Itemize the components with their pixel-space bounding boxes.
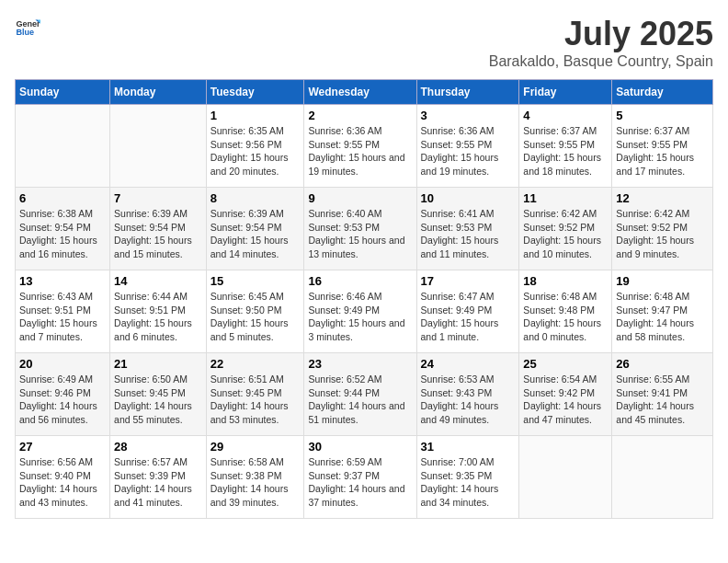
day-number: 8	[210, 191, 301, 205]
day-info: Sunrise: 6:42 AM Sunset: 9:52 PM Dayligh…	[616, 207, 709, 261]
day-info: Sunrise: 6:36 AM Sunset: 9:55 PM Dayligh…	[308, 124, 412, 178]
calendar-cell	[110, 105, 207, 188]
calendar-cell: 27Sunrise: 6:56 AM Sunset: 9:40 PM Dayli…	[16, 436, 110, 519]
logo-icon: General Blue	[15, 15, 40, 40]
day-info: Sunrise: 6:54 AM Sunset: 9:42 PM Dayligh…	[523, 373, 608, 427]
calendar-cell: 30Sunrise: 6:59 AM Sunset: 9:37 PM Dayli…	[304, 436, 416, 519]
day-info: Sunrise: 6:40 AM Sunset: 9:53 PM Dayligh…	[308, 207, 412, 261]
day-info: Sunrise: 6:37 AM Sunset: 9:55 PM Dayligh…	[523, 124, 608, 178]
calendar-cell	[16, 105, 110, 188]
day-number: 16	[308, 274, 412, 288]
day-number: 28	[114, 440, 202, 454]
weekday-header-row: SundayMondayTuesdayWednesdayThursdayFrid…	[16, 80, 713, 105]
day-number: 25	[523, 357, 608, 371]
day-info: Sunrise: 6:47 AM Sunset: 9:49 PM Dayligh…	[421, 290, 516, 344]
calendar-cell: 18Sunrise: 6:48 AM Sunset: 9:48 PM Dayli…	[519, 270, 612, 353]
day-number: 4	[523, 109, 608, 122]
day-info: Sunrise: 6:39 AM Sunset: 9:54 PM Dayligh…	[114, 207, 202, 261]
day-number: 30	[308, 440, 412, 454]
calendar-cell: 28Sunrise: 6:57 AM Sunset: 9:39 PM Dayli…	[110, 436, 207, 519]
week-row-3: 13Sunrise: 6:43 AM Sunset: 9:51 PM Dayli…	[16, 270, 713, 353]
calendar-cell: 25Sunrise: 6:54 AM Sunset: 9:42 PM Dayli…	[519, 353, 612, 436]
day-number: 5	[616, 109, 709, 122]
day-number: 20	[19, 357, 106, 371]
calendar-table: SundayMondayTuesdayWednesdayThursdayFrid…	[15, 79, 713, 519]
day-info: Sunrise: 6:44 AM Sunset: 9:51 PM Dayligh…	[114, 290, 202, 344]
subtitle: Barakaldo, Basque Country, Spain	[489, 53, 713, 70]
calendar-cell: 26Sunrise: 6:55 AM Sunset: 9:41 PM Dayli…	[612, 353, 713, 436]
calendar-cell: 24Sunrise: 6:53 AM Sunset: 9:43 PM Dayli…	[416, 353, 519, 436]
calendar-cell: 11Sunrise: 6:42 AM Sunset: 9:52 PM Dayli…	[519, 188, 612, 270]
weekday-header-thursday: Thursday	[416, 80, 519, 105]
day-number: 22	[210, 357, 301, 371]
calendar-cell: 13Sunrise: 6:43 AM Sunset: 9:51 PM Dayli…	[16, 270, 110, 353]
calendar-cell: 14Sunrise: 6:44 AM Sunset: 9:51 PM Dayli…	[110, 270, 207, 353]
day-number: 2	[308, 109, 412, 122]
day-number: 19	[616, 274, 709, 288]
day-info: Sunrise: 6:50 AM Sunset: 9:45 PM Dayligh…	[114, 373, 202, 427]
day-info: Sunrise: 6:58 AM Sunset: 9:38 PM Dayligh…	[210, 455, 301, 510]
calendar-cell: 31Sunrise: 7:00 AM Sunset: 9:35 PM Dayli…	[416, 436, 519, 519]
weekday-header-wednesday: Wednesday	[304, 80, 416, 105]
day-number: 31	[421, 440, 516, 454]
day-number: 7	[114, 191, 202, 205]
weekday-header-monday: Monday	[110, 80, 207, 105]
calendar-cell: 7Sunrise: 6:39 AM Sunset: 9:54 PM Daylig…	[110, 188, 207, 270]
day-info: Sunrise: 6:51 AM Sunset: 9:45 PM Dayligh…	[210, 373, 301, 427]
calendar-cell	[519, 436, 612, 519]
day-number: 23	[308, 357, 412, 371]
day-info: Sunrise: 6:53 AM Sunset: 9:43 PM Dayligh…	[421, 373, 516, 427]
day-info: Sunrise: 6:46 AM Sunset: 9:49 PM Dayligh…	[308, 290, 412, 344]
calendar-cell: 4Sunrise: 6:37 AM Sunset: 9:55 PM Daylig…	[519, 105, 612, 188]
calendar-cell: 17Sunrise: 6:47 AM Sunset: 9:49 PM Dayli…	[416, 270, 519, 353]
day-number: 9	[308, 191, 412, 205]
calendar-cell: 22Sunrise: 6:51 AM Sunset: 9:45 PM Dayli…	[206, 353, 304, 436]
day-info: Sunrise: 6:55 AM Sunset: 9:41 PM Dayligh…	[616, 373, 709, 427]
day-number: 17	[421, 274, 516, 288]
calendar-cell: 8Sunrise: 6:39 AM Sunset: 9:54 PM Daylig…	[206, 188, 304, 270]
calendar-cell: 21Sunrise: 6:50 AM Sunset: 9:45 PM Dayli…	[110, 353, 207, 436]
logo: General Blue	[15, 15, 40, 40]
day-info: Sunrise: 6:36 AM Sunset: 9:55 PM Dayligh…	[421, 124, 516, 178]
day-info: Sunrise: 6:56 AM Sunset: 9:40 PM Dayligh…	[19, 455, 106, 510]
day-info: Sunrise: 6:52 AM Sunset: 9:44 PM Dayligh…	[308, 373, 412, 427]
day-number: 27	[19, 440, 106, 454]
day-info: Sunrise: 7:00 AM Sunset: 9:35 PM Dayligh…	[421, 455, 516, 510]
day-info: Sunrise: 6:48 AM Sunset: 9:47 PM Dayligh…	[616, 290, 709, 344]
day-info: Sunrise: 6:39 AM Sunset: 9:54 PM Dayligh…	[210, 207, 301, 261]
calendar-cell: 6Sunrise: 6:38 AM Sunset: 9:54 PM Daylig…	[16, 188, 110, 270]
day-number: 11	[523, 191, 608, 205]
day-info: Sunrise: 6:37 AM Sunset: 9:55 PM Dayligh…	[616, 124, 709, 178]
weekday-header-saturday: Saturday	[612, 80, 713, 105]
title-area: July 2025 Barakaldo, Basque Country, Spa…	[489, 15, 713, 70]
calendar-cell	[612, 436, 713, 519]
day-number: 26	[616, 357, 709, 371]
day-info: Sunrise: 6:35 AM Sunset: 9:56 PM Dayligh…	[210, 124, 301, 178]
calendar-cell: 12Sunrise: 6:42 AM Sunset: 9:52 PM Dayli…	[612, 188, 713, 270]
day-number: 12	[616, 191, 709, 205]
calendar-cell: 9Sunrise: 6:40 AM Sunset: 9:53 PM Daylig…	[304, 188, 416, 270]
week-row-1: 1Sunrise: 6:35 AM Sunset: 9:56 PM Daylig…	[16, 105, 713, 188]
week-row-4: 20Sunrise: 6:49 AM Sunset: 9:46 PM Dayli…	[16, 353, 713, 436]
day-number: 29	[210, 440, 301, 454]
calendar-cell: 16Sunrise: 6:46 AM Sunset: 9:49 PM Dayli…	[304, 270, 416, 353]
day-number: 3	[421, 109, 516, 122]
day-info: Sunrise: 6:42 AM Sunset: 9:52 PM Dayligh…	[523, 207, 608, 261]
calendar-cell: 19Sunrise: 6:48 AM Sunset: 9:47 PM Dayli…	[612, 270, 713, 353]
day-number: 13	[19, 274, 106, 288]
header: General Blue July 2025 Barakaldo, Basque…	[15, 15, 713, 70]
calendar-cell: 20Sunrise: 6:49 AM Sunset: 9:46 PM Dayli…	[16, 353, 110, 436]
day-number: 21	[114, 357, 202, 371]
calendar-cell: 15Sunrise: 6:45 AM Sunset: 9:50 PM Dayli…	[206, 270, 304, 353]
calendar-cell: 23Sunrise: 6:52 AM Sunset: 9:44 PM Dayli…	[304, 353, 416, 436]
day-number: 24	[421, 357, 516, 371]
day-number: 1	[210, 109, 301, 122]
day-info: Sunrise: 6:48 AM Sunset: 9:48 PM Dayligh…	[523, 290, 608, 344]
main-title: July 2025	[489, 15, 713, 53]
day-number: 10	[421, 191, 516, 205]
svg-text:Blue: Blue	[16, 28, 34, 37]
day-info: Sunrise: 6:41 AM Sunset: 9:53 PM Dayligh…	[421, 207, 516, 261]
calendar-cell: 10Sunrise: 6:41 AM Sunset: 9:53 PM Dayli…	[416, 188, 519, 270]
day-number: 15	[210, 274, 301, 288]
day-info: Sunrise: 6:57 AM Sunset: 9:39 PM Dayligh…	[114, 455, 202, 510]
